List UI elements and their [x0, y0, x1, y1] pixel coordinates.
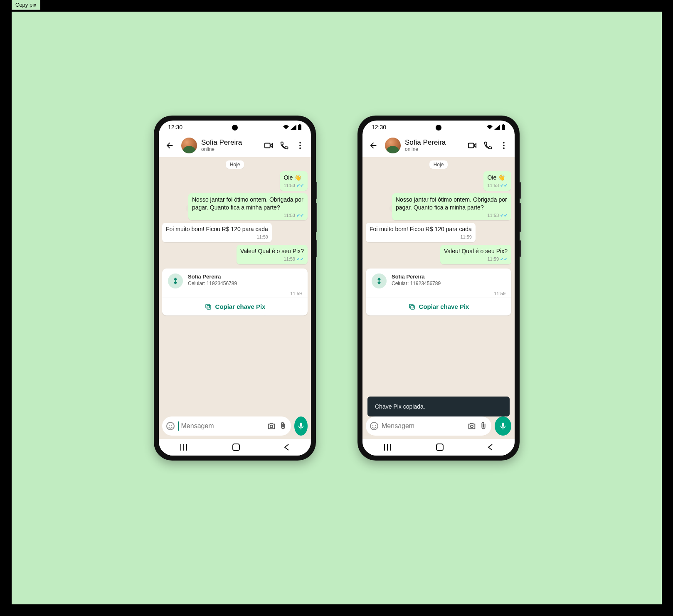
copy-pix-button[interactable]: Copiar chave Pix [162, 298, 308, 315]
battery-icon [501, 124, 505, 130]
message-out[interactable]: Nosso jantar foi ótimo ontem. Obrigada p… [392, 193, 511, 221]
svg-point-20 [503, 148, 505, 149]
chat-scroll[interactable]: Hoje Oie 👋 11:53✔✔ Nosso jantar foi ótim… [362, 157, 515, 414]
hw-button [316, 182, 317, 199]
copy-pix-button[interactable]: Copiar chave Pix [366, 298, 511, 315]
text-cursor [178, 421, 179, 431]
svg-point-10 [270, 425, 272, 428]
more-button[interactable] [293, 138, 308, 153]
composer [362, 414, 515, 439]
message-out[interactable]: Nosso jantar foi ótimo ontem. Obrigada p… [188, 193, 308, 221]
status-icons [283, 124, 302, 130]
status-icons [486, 124, 505, 130]
contact-title-block[interactable]: Sofia Pereira online [201, 138, 257, 152]
emoji-icon[interactable] [165, 421, 175, 431]
svg-rect-16 [502, 125, 505, 130]
message-input[interactable] [382, 422, 465, 430]
message-out[interactable]: Oie 👋 11:53✔✔ [280, 171, 308, 191]
message-input-wrap[interactable] [366, 416, 491, 436]
composer [159, 414, 311, 439]
message-time: 11:53 [487, 182, 499, 189]
svg-rect-21 [411, 306, 414, 309]
message-out[interactable]: Oie 👋 11:53✔✔ [483, 171, 511, 191]
mic-button[interactable] [294, 416, 308, 436]
mic-button[interactable] [495, 416, 511, 436]
phone-frame-right: 12:30 Sofia Pereira online [357, 116, 520, 461]
voice-call-button[interactable] [481, 138, 496, 153]
contact-name: Sofia Pereira [201, 138, 257, 147]
tab-label: Copy pix [15, 2, 37, 8]
svg-point-23 [370, 422, 378, 430]
chat-scroll[interactable]: Hoje Oie 👋 11:53✔✔ Nosso jantar foi ótim… [159, 157, 311, 414]
status-bar: 12:30 [159, 121, 311, 134]
phone-icon [280, 141, 289, 150]
svg-point-9 [171, 425, 172, 426]
message-in[interactable]: Foi muito bom! Ficou R$ 120 para cada 11… [162, 223, 272, 242]
svg-point-24 [372, 425, 373, 426]
message-time: 11:59 [256, 234, 268, 240]
mic-icon [498, 421, 508, 431]
message-in[interactable]: Foi muito bom! Ficou R$ 120 para cada 11… [366, 223, 476, 242]
svg-rect-31 [436, 444, 443, 451]
message-text: Foi muito bom! Ficou R$ 120 para cada [370, 226, 472, 232]
copy-pix-label: Copiar chave Pix [215, 303, 266, 310]
svg-rect-14 [186, 444, 187, 451]
presence-text: online [405, 147, 461, 153]
voice-call-button[interactable] [277, 138, 292, 153]
message-input-wrap[interactable] [162, 416, 291, 436]
svg-point-26 [471, 425, 473, 428]
home-nav-icon[interactable] [232, 444, 240, 451]
message-text: Valeu! Qual é o seu Pix? [444, 248, 508, 254]
avatar[interactable] [181, 138, 197, 153]
message-out[interactable]: Valeu! Qual é o seu Pix? 11:59✔✔ [440, 245, 511, 264]
wifi-icon [283, 125, 289, 130]
emoji-icon[interactable] [369, 421, 379, 431]
avatar[interactable] [385, 138, 401, 153]
message-text: Nosso jantar foi ótimo ontem. Obrigada p… [396, 196, 507, 211]
back-nav-icon[interactable] [283, 444, 289, 451]
message-input[interactable] [181, 422, 264, 430]
svg-rect-29 [387, 444, 388, 451]
recents-nav-icon[interactable] [180, 444, 189, 451]
home-nav-icon[interactable] [436, 444, 444, 451]
svg-point-4 [299, 148, 301, 149]
svg-rect-15 [233, 444, 239, 451]
camera-icon[interactable] [267, 421, 276, 431]
hw-button [520, 240, 521, 257]
copy-pix-label: Copiar chave Pix [419, 303, 469, 310]
stage: 12:30 Sofia Pereira online [12, 12, 662, 604]
pix-icon [171, 277, 180, 285]
more-button[interactable] [496, 138, 511, 153]
camera-icon[interactable] [467, 421, 476, 431]
back-button[interactable] [162, 138, 177, 153]
pix-card: Sofia Pereira Celular: 11923456789 11:59… [162, 269, 308, 315]
pix-icon-badge [168, 274, 183, 288]
message-out[interactable]: Valeu! Qual é o seu Pix? 11:59✔✔ [237, 245, 308, 264]
recents-nav-icon[interactable] [384, 444, 392, 451]
svg-point-18 [503, 142, 505, 144]
chat-header: Sofia Pereira online [159, 134, 311, 157]
message-time: 11:53 [283, 182, 295, 189]
phone-icon [483, 141, 493, 150]
svg-rect-0 [298, 125, 301, 130]
status-bar: 12:30 [362, 121, 515, 134]
back-nav-icon[interactable] [487, 444, 493, 451]
message-text: Nosso jantar foi ótimo ontem. Obrigada p… [192, 196, 303, 211]
read-check-icon: ✔✔ [500, 256, 508, 262]
svg-rect-5 [207, 306, 211, 309]
arrow-left-icon [369, 141, 378, 150]
pix-name: Sofia Pereira [392, 274, 505, 280]
back-button[interactable] [366, 138, 381, 153]
message-text: Foi muito bom! Ficou R$ 120 para cada [166, 226, 268, 232]
video-call-button[interactable] [465, 138, 480, 153]
pix-icon [375, 277, 383, 285]
video-call-button[interactable] [261, 138, 276, 153]
presence-text: online [201, 147, 257, 153]
pix-name: Sofia Pereira [188, 274, 302, 280]
svg-rect-28 [384, 444, 385, 451]
browser-tab[interactable]: Copy pix [12, 0, 40, 10]
attach-icon[interactable] [479, 421, 488, 431]
contact-title-block[interactable]: Sofia Pereira online [405, 138, 461, 152]
svg-point-19 [503, 145, 505, 146]
attach-icon[interactable] [279, 421, 288, 431]
